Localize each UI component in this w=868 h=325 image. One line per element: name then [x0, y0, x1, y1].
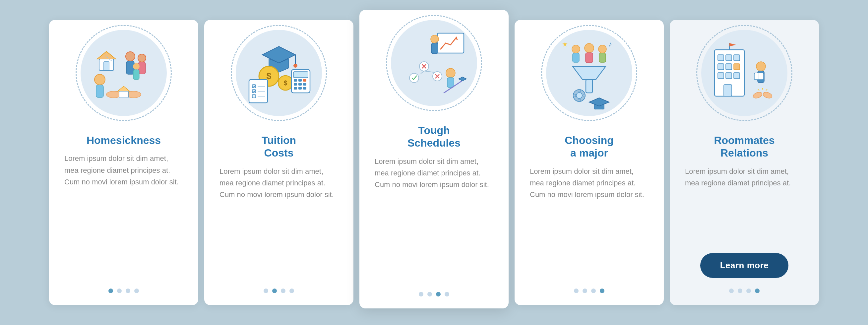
dot-3-1: [419, 292, 424, 296]
svg-rect-74: [573, 94, 576, 97]
svg-point-95: [752, 91, 763, 99]
dot-1-1: [108, 289, 113, 293]
card-homesickness: Homesickness Lorem ipsum dolor sit dim a…: [49, 20, 198, 305]
card-choosing-major: ♪ ★: [515, 20, 664, 305]
svg-point-14: [94, 74, 105, 85]
svg-rect-27: [299, 79, 302, 82]
dot-3-2: [427, 292, 432, 296]
icon-circle-4: ♪ ★: [546, 30, 632, 116]
dot-5-4: [755, 289, 760, 293]
svg-rect-65: [599, 53, 606, 62]
svg-rect-82: [718, 64, 724, 70]
learn-more-button[interactable]: Learn more: [700, 253, 789, 278]
svg-rect-45: [431, 43, 438, 54]
svg-point-2: [138, 54, 146, 62]
svg-line-55: [424, 71, 434, 72]
svg-marker-68: [572, 66, 606, 80]
card-icon-area-3: [360, 10, 508, 116]
homesickness-icon: [87, 36, 160, 110]
svg-point-0: [126, 52, 135, 61]
dots-row-5: [729, 289, 760, 293]
card-roommates-relations: RoommatesRelations Lorem ipsum dolor sit…: [670, 20, 819, 305]
card-title-1: Homesickness: [87, 134, 161, 147]
roommates-icon: [708, 36, 781, 110]
svg-point-64: [598, 45, 607, 53]
svg-rect-61: [572, 53, 579, 62]
icon-circle-2: $ $: [236, 30, 322, 116]
svg-marker-59: [459, 77, 466, 81]
card-title-5: RoommatesRelations: [714, 134, 775, 159]
card-title-2: TuitionCosts: [261, 134, 296, 159]
card-title-3: ToughSchedules: [407, 124, 461, 150]
svg-rect-31: [303, 83, 306, 86]
dot-2-1: [264, 289, 268, 293]
svg-rect-57: [447, 78, 454, 88]
svg-point-4: [133, 63, 140, 70]
svg-rect-63: [586, 53, 593, 63]
dot-4-4: [600, 289, 604, 293]
svg-marker-6: [97, 51, 116, 59]
svg-rect-15: [96, 85, 103, 97]
svg-rect-73: [578, 99, 581, 101]
svg-point-96: [762, 91, 773, 99]
svg-text:$: $: [283, 79, 287, 87]
svg-point-56: [446, 68, 455, 78]
dot-5-3: [746, 289, 751, 293]
card-tough-schedules: ToughSchedules Lorem ipsum dolor sit dim…: [360, 10, 508, 308]
icon-circle-5: [701, 30, 787, 116]
svg-marker-12: [118, 86, 130, 91]
svg-line-54: [421, 71, 424, 73]
svg-marker-16: [262, 47, 296, 63]
svg-rect-28: [303, 79, 306, 82]
svg-point-71: [576, 92, 582, 98]
svg-point-19: [293, 64, 298, 68]
dot-4-2: [583, 289, 587, 293]
svg-rect-32: [294, 87, 297, 90]
tough-schedules-icon: [398, 27, 470, 99]
tuition-costs-icon: $ $: [242, 36, 315, 110]
dot-5-1: [729, 289, 734, 293]
svg-point-91: [756, 62, 766, 71]
card-text-2: Lorem ipsum dolor sit dim amet, mea regi…: [219, 166, 338, 278]
svg-rect-79: [718, 55, 724, 61]
svg-rect-72: [578, 90, 581, 92]
card-text-5: Lorem ipsum dolor sit dim amet, mea regi…: [685, 166, 804, 244]
cards-container: Homesickness Lorem ipsum dolor sit dim a…: [29, 3, 839, 322]
dot-3-3: [436, 292, 441, 296]
svg-text:$: $: [267, 71, 272, 81]
svg-text:★: ★: [562, 40, 568, 48]
icon-circle-3: [391, 20, 477, 106]
card-tuition-costs: $ $: [204, 20, 353, 305]
svg-text:♪: ♪: [609, 40, 612, 48]
card-text-1: Lorem ipsum dolor sit dim amet, mea regi…: [64, 152, 183, 278]
svg-point-53: [409, 73, 419, 83]
card-icon-area-4: ♪ ★: [515, 20, 664, 126]
card-title-4: Choosinga major: [565, 134, 614, 159]
choosing-major-icon: ♪ ★: [553, 36, 626, 110]
svg-line-98: [758, 89, 759, 91]
svg-rect-8: [104, 62, 109, 70]
svg-point-44: [431, 35, 439, 43]
svg-rect-5: [133, 70, 139, 80]
dot-4-3: [591, 289, 596, 293]
svg-point-62: [585, 43, 594, 53]
dot-3-4: [444, 292, 449, 296]
svg-rect-13: [119, 91, 128, 98]
dot-4-1: [574, 289, 579, 293]
dot-1-4: [134, 289, 139, 293]
svg-rect-34: [303, 87, 306, 90]
svg-rect-30: [299, 83, 302, 86]
svg-rect-84: [734, 64, 740, 70]
svg-marker-76: [589, 98, 609, 106]
svg-rect-33: [299, 87, 302, 90]
svg-rect-88: [724, 85, 732, 96]
svg-line-99: [766, 89, 767, 91]
dots-row-2: [264, 289, 294, 293]
svg-rect-75: [583, 94, 585, 97]
card-text-3: Lorem ipsum dolor sit dim amet, mea regi…: [375, 155, 493, 281]
card-icon-area-1: [49, 20, 198, 126]
svg-rect-85: [718, 72, 724, 79]
svg-rect-69: [586, 80, 592, 93]
dot-1-3: [126, 289, 130, 293]
svg-rect-42: [437, 33, 464, 53]
